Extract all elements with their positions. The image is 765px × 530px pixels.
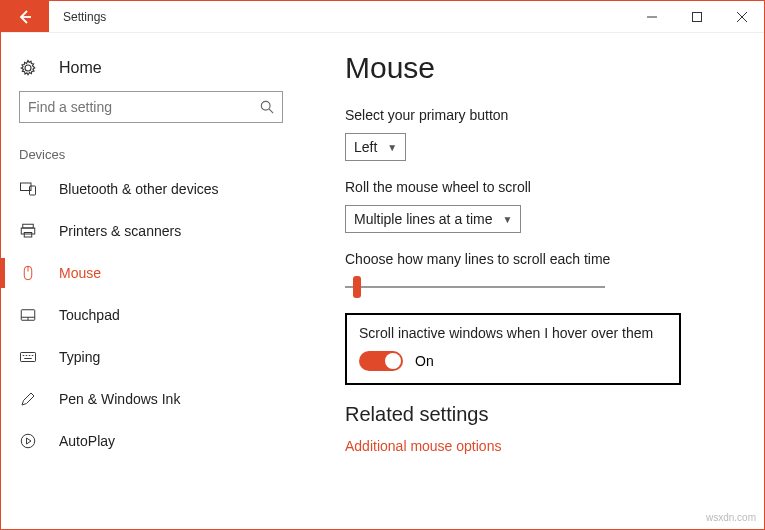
search-input[interactable] [19,91,283,123]
svg-rect-6 [24,233,32,238]
keyboard-icon [19,348,41,366]
minimize-icon [647,12,657,22]
nav-label: Mouse [59,265,101,281]
minimize-button[interactable] [629,1,674,32]
primary-button-select[interactable]: Left ▼ [345,133,406,161]
svg-point-1 [261,101,270,110]
sidebar-item-autoplay[interactable]: AutoPlay [1,420,301,462]
titlebar: Settings [1,1,764,33]
gear-icon [19,59,41,77]
svg-rect-5 [21,228,35,234]
svg-point-10 [21,434,35,448]
related-heading: Related settings [345,403,734,426]
highlight-box: Scroll inactive windows when I hover ove… [345,313,681,385]
watermark: wsxdn.com [706,512,756,523]
additional-mouse-link[interactable]: Additional mouse options [345,438,734,454]
close-button[interactable] [719,1,764,32]
maximize-button[interactable] [674,1,719,32]
svg-rect-9 [21,353,36,362]
printer-icon [19,222,41,240]
chevron-down-icon: ▼ [503,214,513,225]
pen-icon [19,390,41,408]
autoplay-icon [19,432,41,450]
toggle-knob [385,353,401,369]
sidebar-item-bluetooth[interactable]: Bluetooth & other devices [1,168,301,210]
select-value: Left [354,139,377,155]
content: Home Devices Bluetooth & other devices P… [1,33,764,529]
slider-track [345,286,605,288]
svg-rect-4 [23,224,34,228]
sidebar-item-touchpad[interactable]: Touchpad [1,294,301,336]
chevron-down-icon: ▼ [387,142,397,153]
wheel-select[interactable]: Multiple lines at a time ▼ [345,205,521,233]
slider-thumb[interactable] [353,276,361,298]
group-label: Devices [1,141,301,168]
window-title: Settings [49,1,120,32]
sidebar-item-typing[interactable]: Typing [1,336,301,378]
nav-label: Typing [59,349,100,365]
arrow-left-icon [17,9,33,25]
primary-button-label: Select your primary button [345,107,734,123]
lines-label: Choose how many lines to scroll each tim… [345,251,734,267]
touchpad-icon [19,306,41,324]
select-value: Multiple lines at a time [354,211,493,227]
toggle-state: On [415,353,434,369]
nav-label: Touchpad [59,307,120,323]
back-button[interactable] [1,1,49,32]
nav-label: Pen & Windows Ink [59,391,180,407]
sidebar: Home Devices Bluetooth & other devices P… [1,33,301,529]
nav-label: Printers & scanners [59,223,181,239]
sidebar-item-pen[interactable]: Pen & Windows Ink [1,378,301,420]
mouse-icon [19,264,41,282]
wheel-label: Roll the mouse wheel to scroll [345,179,734,195]
inactive-label: Scroll inactive windows when I hover ove… [359,325,667,341]
close-icon [737,12,747,22]
maximize-icon [692,12,702,22]
main-panel: Mouse Select your primary button Left ▼ … [301,33,764,529]
search-icon [260,100,274,114]
svg-rect-0 [692,12,701,21]
nav-label: Bluetooth & other devices [59,181,219,197]
inactive-toggle[interactable] [359,351,403,371]
sidebar-item-printers[interactable]: Printers & scanners [1,210,301,252]
lines-slider[interactable] [345,277,605,297]
home-label: Home [59,59,102,77]
nav-label: AutoPlay [59,433,115,449]
search-field[interactable] [28,99,260,115]
home-button[interactable]: Home [1,51,301,91]
inactive-toggle-row: On [359,351,667,371]
sidebar-item-mouse[interactable]: Mouse [1,252,301,294]
devices-icon [19,180,41,198]
page-title: Mouse [345,51,734,85]
titlebar-spacer [120,1,629,32]
